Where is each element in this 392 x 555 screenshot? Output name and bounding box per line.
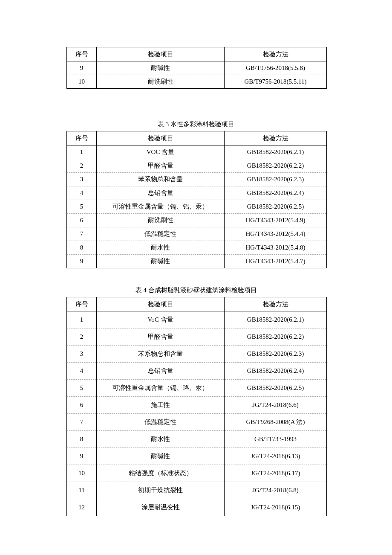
cell-method: GB18582-2020(6.2.3) [225, 173, 327, 186]
table-header-row: 序号 检验项目 检验方法 [67, 131, 327, 145]
cell-item: 总铅含量 [97, 186, 225, 200]
cell-method: HG/T4343-2012(5.4.9) [225, 214, 327, 227]
cell-item: VoC 含量 [97, 311, 225, 328]
cell-item: 可溶性重金属含量（镉、珞、汞） [97, 380, 225, 397]
cell-method: GB18582-2020(6.2.1) [225, 311, 327, 328]
table-row: 7低温稳定性HG/T4343-2012(5.4.4) [67, 227, 327, 241]
table-row: 1VoC 含量GB18582-2020(6.2.1) [67, 311, 327, 328]
table-row: 9耐碱性HG/T4343-2012(5.4.7) [67, 255, 327, 268]
cell-method: GB18582-2020(6.2.4) [225, 363, 327, 380]
cell-seq: 8 [67, 241, 97, 255]
table-row: 9耐碱性JG/T24-2018(6.13) [67, 448, 327, 465]
cell-seq: 9 [67, 255, 97, 268]
col-method-header: 检验方法 [225, 297, 327, 311]
col-seq-header: 序号 [67, 131, 97, 145]
cell-item: 可溶性重金属含量（镉、铝、汞） [97, 200, 225, 214]
cell-method: HG/T4343-2012(5.4.4) [225, 227, 327, 241]
cell-item: 施工性 [97, 397, 225, 414]
cell-seq: 6 [67, 397, 97, 414]
cell-seq: 3 [67, 173, 97, 186]
cell-seq: 2 [67, 159, 97, 173]
cell-seq: 5 [67, 380, 97, 397]
cell-seq: 9 [67, 448, 97, 465]
cell-seq: 7 [67, 414, 97, 431]
cell-seq: 3 [67, 346, 97, 363]
cell-item: 耐水性 [97, 431, 225, 448]
cell-item: 耐碱性 [97, 448, 225, 465]
spacer [66, 89, 326, 120]
cell-seq: 2 [67, 328, 97, 346]
cell-method: GB18582-2020(6.2.5) [225, 380, 327, 397]
cell-method: GB18582-2020(6.2.3) [225, 346, 327, 363]
cell-method: GB/T9756-2018(5.5.8) [225, 61, 327, 75]
cell-seq: 5 [67, 200, 97, 214]
cell-method: GB18582-2020(6.2.2) [225, 159, 327, 173]
table-row: 2甲醛含量GB18582-2020(6.2.2) [67, 328, 327, 346]
table-row: 11初期干燥抗裂性JG/T24-2018(6.8) [67, 482, 327, 499]
table-header-row: 序号 检验项目 检验方法 [67, 47, 327, 61]
cell-seq: 4 [67, 186, 97, 200]
cell-item: 粘结强度（标准状态） [97, 465, 225, 482]
cell-item: 总铅含量 [97, 363, 225, 380]
cell-method: HG/T4343-2012(5.4.8) [225, 241, 327, 255]
cell-method: GB/T9756-2018(5.5.11) [225, 75, 327, 89]
cell-method: GB18582-2020(6.2.1) [225, 145, 327, 159]
cell-seq: 1 [67, 311, 97, 328]
cell-item: 耐水性 [97, 241, 225, 255]
cell-method: JG/T24-2018(6.8) [225, 482, 327, 499]
cell-seq: 1 [67, 145, 97, 159]
col-method-header: 检验方法 [225, 47, 327, 61]
cell-seq: 11 [67, 482, 97, 499]
table-row: 10粘结强度（标准状态）JG/T24-2018(6.17) [67, 465, 327, 482]
spacer [66, 268, 326, 286]
table-row: 6耐洗刷性HG/T4343-2012(5.4.9) [67, 214, 327, 227]
table-row: 2甲醛含量GB18582-2020(6.2.2) [67, 159, 327, 173]
cell-item: 耐洗刷性 [97, 214, 225, 227]
col-seq-header: 序号 [67, 47, 97, 61]
cell-item: 初期干燥抗裂性 [97, 482, 225, 499]
table-row: 7低温稳定性GB/T9268-2008(A 法) [67, 414, 327, 431]
table-row: 6施工性JG/T24-2018(6.6) [67, 397, 327, 414]
table3-body: 1VOC 含量GB18582-2020(6.2.1)2甲醛含量GB18582-2… [67, 145, 327, 268]
cell-item: 低温稳定性 [97, 414, 225, 431]
cell-method: JG/T24-2018(6.17) [225, 465, 327, 482]
cell-method: GB18582-2020(6.2.4) [225, 186, 327, 200]
cell-item: VOC 含量 [97, 145, 225, 159]
cell-seq: 8 [67, 431, 97, 448]
table-row: 5可溶性重金属含量（镉、珞、汞）GB18582-2020(6.2.5) [67, 380, 327, 397]
cell-item: 涂层耐温变性 [97, 499, 225, 516]
table4-caption: 表 4 合成树脂乳液砂壁状建筑涂料检验项目 [66, 286, 326, 294]
cell-seq: 6 [67, 214, 97, 227]
col-item-header: 检验项目 [97, 297, 225, 311]
cell-item: 苯系物总和含量 [97, 346, 225, 363]
table-row: 4总铅含量GB18582-2020(6.2.4) [67, 186, 327, 200]
cell-seq: 4 [67, 363, 97, 380]
cell-seq: 12 [67, 499, 97, 516]
cell-seq: 9 [67, 61, 97, 75]
table-row: 8耐水性HG/T4343-2012(5.4.8) [67, 241, 327, 255]
cell-seq: 7 [67, 227, 97, 241]
cell-seq: 10 [67, 465, 97, 482]
table-row: 12涂层耐温变性JG/T24-2018(6.15) [67, 499, 327, 516]
table-top: 序号 检验项目 检验方法 9耐碱性GB/T9756-2018(5.5.8)10耐… [66, 47, 327, 89]
table-row: 4总铅含量GB18582-2020(6.2.4) [67, 363, 327, 380]
cell-method: JG/T24-2018(6.6) [225, 397, 327, 414]
col-item-header: 检验项目 [97, 131, 225, 145]
table-row: 5可溶性重金属含量（镉、铝、汞）GB18582-2020(6.2.5) [67, 200, 327, 214]
cell-method: HG/T4343-2012(5.4.7) [225, 255, 327, 268]
table-top-body: 9耐碱性GB/T9756-2018(5.5.8)10耐洗刷性GB/T9756-2… [67, 61, 327, 89]
col-item-header: 检验项目 [97, 47, 225, 61]
table-row: 9耐碱性GB/T9756-2018(5.5.8) [67, 61, 327, 75]
table3-caption: 表 3 水性多彩涂料检验项目 [66, 120, 326, 128]
cell-item: 甲醛含量 [97, 328, 225, 346]
cell-method: JG/T24-2018(6.15) [225, 499, 327, 516]
col-seq-header: 序号 [67, 297, 97, 311]
table-row: 8耐水性GB/T1733-1993 [67, 431, 327, 448]
cell-method: GB/T1733-1993 [225, 431, 327, 448]
table-row: 10耐洗刷性GB/T9756-2018(5.5.11) [67, 75, 327, 89]
cell-method: JG/T24-2018(6.13) [225, 448, 327, 465]
table4-body: 1VoC 含量GB18582-2020(6.2.1)2甲醛含量GB18582-2… [67, 311, 327, 516]
page-body: 序号 检验项目 检验方法 9耐碱性GB/T9756-2018(5.5.8)10耐… [0, 0, 392, 555]
cell-item: 耐洗刷性 [97, 75, 225, 89]
table-header-row: 序号 检验项目 检验方法 [67, 297, 327, 311]
